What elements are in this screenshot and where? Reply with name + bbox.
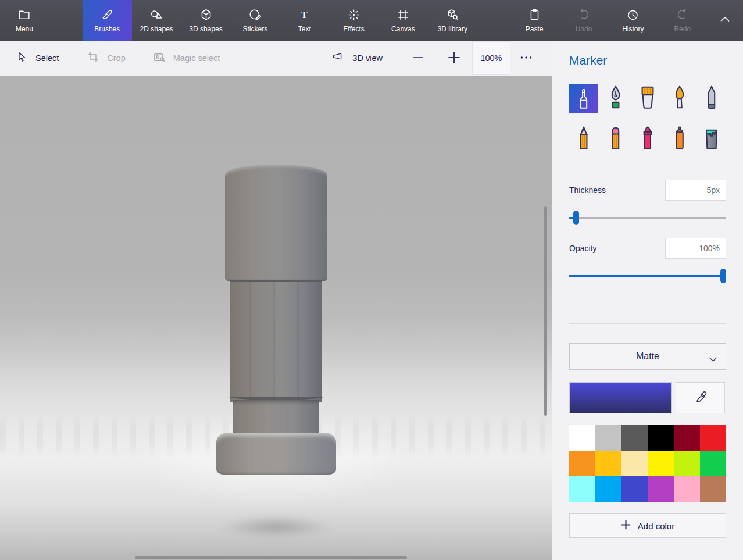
brush-icon bbox=[100, 8, 115, 22]
color-swatch-indigo[interactable] bbox=[621, 476, 648, 502]
color-palette bbox=[569, 425, 726, 502]
3d-view-button[interactable]: 3D view bbox=[331, 51, 383, 66]
tab-effects[interactable]: Effects bbox=[329, 0, 378, 41]
menu-button[interactable]: Menu bbox=[0, 0, 49, 41]
paste-icon bbox=[527, 8, 542, 22]
magic-select-label: Magic select bbox=[173, 53, 220, 63]
color-swatch-aqua[interactable] bbox=[569, 476, 595, 502]
thickness-slider-handle[interactable] bbox=[573, 211, 579, 225]
tab-brushes[interactable]: Brushes bbox=[83, 0, 132, 41]
color-swatch-red[interactable] bbox=[700, 425, 726, 451]
color-swatch-brown[interactable] bbox=[700, 476, 726, 502]
tab-3d-shapes[interactable]: 3D shapes bbox=[181, 0, 231, 41]
brush-grid bbox=[569, 84, 726, 154]
tab-text[interactable]: T Text bbox=[280, 0, 329, 41]
zoom-level-display[interactable]: 100% bbox=[472, 41, 510, 75]
tab-2d-shapes[interactable]: 2D shapes bbox=[132, 0, 181, 41]
tab-stickers[interactable]: Stickers bbox=[230, 0, 280, 41]
fill-bucket-icon bbox=[702, 125, 721, 154]
chevron-up-icon bbox=[718, 12, 732, 28]
brush-fill[interactable] bbox=[697, 125, 726, 154]
color-swatch-yellow[interactable] bbox=[648, 451, 674, 477]
watercolour-icon bbox=[670, 84, 690, 113]
pencil-icon bbox=[574, 125, 594, 154]
brush-oil-brush[interactable] bbox=[633, 84, 662, 113]
select-cursor-icon bbox=[15, 51, 28, 66]
brush-eraser[interactable] bbox=[601, 125, 630, 154]
model-ground-shadow bbox=[220, 516, 333, 537]
color-swatch-green[interactable] bbox=[700, 451, 726, 477]
crop-button[interactable]: Crop bbox=[87, 51, 125, 66]
ellipsis-icon bbox=[519, 50, 534, 67]
brush-pixel-pen[interactable] bbox=[697, 84, 726, 113]
calligraphy-pen-icon bbox=[606, 84, 626, 113]
opacity-slider-handle[interactable] bbox=[720, 269, 726, 283]
collapse-ribbon-button[interactable] bbox=[707, 0, 743, 41]
vertical-scrollbar[interactable] bbox=[544, 206, 547, 416]
color-swatch-purple[interactable] bbox=[648, 476, 674, 502]
stickers-label: Stickers bbox=[243, 25, 268, 33]
color-swatch-dark-gray[interactable] bbox=[621, 425, 648, 451]
color-swatch-pink[interactable] bbox=[674, 476, 700, 502]
select-label: Select bbox=[35, 53, 59, 63]
add-color-button[interactable]: Add color bbox=[569, 513, 726, 538]
tab-canvas[interactable]: Canvas bbox=[378, 0, 428, 41]
color-swatch-light-gray[interactable] bbox=[595, 425, 621, 451]
model-middle-section bbox=[230, 280, 322, 402]
redo-button[interactable]: Redo bbox=[658, 0, 707, 41]
3d-library-label: 3D library bbox=[438, 25, 467, 33]
opacity-slider[interactable] bbox=[569, 268, 726, 284]
thickness-label: Thickness bbox=[569, 186, 606, 195]
eyedropper-icon bbox=[693, 389, 708, 406]
plus-icon bbox=[446, 50, 462, 67]
crop-icon bbox=[87, 51, 100, 66]
eyedropper-button[interactable] bbox=[676, 382, 725, 413]
color-swatch-sky-blue[interactable] bbox=[595, 476, 621, 502]
brush-crayon[interactable] bbox=[633, 125, 662, 154]
redo-icon bbox=[675, 8, 690, 22]
brush-calligraphy-pen[interactable] bbox=[601, 84, 630, 113]
color-swatch-dark-red[interactable] bbox=[674, 425, 700, 451]
paste-button[interactable]: Paste bbox=[510, 0, 559, 41]
current-color-swatch[interactable] bbox=[569, 382, 672, 413]
opacity-input[interactable]: 100% bbox=[665, 238, 726, 259]
color-swatch-white[interactable] bbox=[569, 425, 595, 451]
history-icon bbox=[626, 8, 640, 22]
plus-color-icon bbox=[621, 520, 631, 532]
model-neck-section bbox=[233, 400, 319, 434]
select-button[interactable]: Select bbox=[15, 51, 59, 66]
undo-button[interactable]: Undo bbox=[559, 0, 609, 41]
color-swatch-orange[interactable] bbox=[569, 451, 595, 477]
horizontal-scrollbar[interactable] bbox=[135, 556, 407, 559]
zoom-out-button[interactable] bbox=[407, 51, 429, 66]
top-ribbon: Menu Brushes 2D shapes 3D shapes Sticker… bbox=[0, 0, 743, 41]
panel-title: Marker bbox=[569, 53, 726, 67]
drawing-canvas[interactable] bbox=[0, 76, 552, 560]
brush-watercolour[interactable] bbox=[665, 84, 694, 113]
brushes-label: Brushes bbox=[94, 25, 120, 33]
zoom-in-button[interactable] bbox=[443, 50, 465, 67]
brush-spray-can[interactable] bbox=[665, 125, 694, 154]
color-swatch-cream[interactable] bbox=[621, 451, 648, 477]
color-swatch-black[interactable] bbox=[648, 425, 674, 451]
3d-shapes-icon bbox=[199, 8, 213, 22]
undo-icon bbox=[577, 8, 591, 22]
3d-library-icon bbox=[445, 8, 460, 22]
more-options-button[interactable] bbox=[514, 50, 538, 67]
material-dropdown[interactable]: Matte bbox=[569, 343, 726, 370]
history-button[interactable]: History bbox=[608, 0, 658, 41]
crayon-icon bbox=[638, 125, 658, 154]
magic-select-button[interactable]: Magic select bbox=[152, 51, 220, 66]
thickness-slider[interactable] bbox=[569, 210, 726, 226]
color-swatch-lime[interactable] bbox=[674, 451, 700, 477]
paint3d-window: Menu Brushes 2D shapes 3D shapes Sticker… bbox=[0, 0, 743, 560]
text-label: Text bbox=[298, 25, 311, 33]
section-divider bbox=[569, 323, 726, 324]
color-swatch-gold[interactable] bbox=[595, 451, 621, 477]
effects-label: Effects bbox=[343, 25, 364, 33]
brush-marker[interactable] bbox=[569, 84, 598, 113]
thickness-input[interactable]: 5px bbox=[665, 180, 726, 201]
tab-3d-library[interactable]: 3D library bbox=[428, 0, 477, 41]
2d-shapes-icon bbox=[149, 8, 164, 22]
brush-pencil[interactable] bbox=[569, 125, 598, 154]
